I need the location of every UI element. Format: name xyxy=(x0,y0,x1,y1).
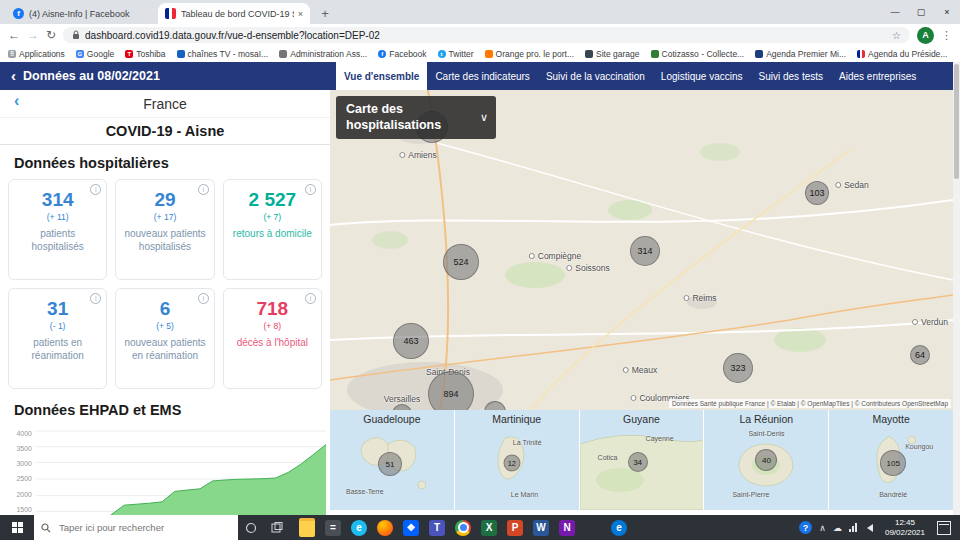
bookmark-site-garage[interactable]: Site garage xyxy=(585,49,639,59)
forward-icon[interactable]: → xyxy=(27,29,39,41)
territory-bubble[interactable]: 105 xyxy=(880,450,906,476)
taskbar-search-input[interactable] xyxy=(57,521,231,534)
map-bubble-aisne[interactable]: 314 xyxy=(630,236,660,266)
breadcrumb-label: France xyxy=(143,96,187,112)
bookmark-cotizasso[interactable]: Cotizasso - Collecte... xyxy=(651,49,745,59)
breadcrumb-france[interactable]: ‹ France xyxy=(0,90,330,118)
network-icon[interactable] xyxy=(849,523,857,532)
internet-explorer-icon[interactable]: e xyxy=(346,515,372,540)
volume-icon[interactable] xyxy=(867,524,873,532)
back-chevron-icon[interactable]: ‹ xyxy=(14,92,19,110)
territory-bubble[interactable]: 34 xyxy=(628,452,648,472)
chrome-icon[interactable] xyxy=(450,515,476,540)
word-icon[interactable]: W xyxy=(528,515,554,540)
bookmark-facebook[interactable]: fFacebook xyxy=(378,49,426,59)
powerpoint-icon[interactable]: P xyxy=(502,515,528,540)
firefox-icon[interactable] xyxy=(372,515,398,540)
map-bubble-meuse[interactable]: 64 xyxy=(910,345,930,365)
sidebar-title: COVID-19 - Aisne xyxy=(0,118,330,145)
territory-city-label: Cotica xyxy=(598,454,618,461)
cortana-icon[interactable] xyxy=(238,515,264,540)
bookmark-agenda-president[interactable]: Agenda du Préside... xyxy=(857,49,947,59)
y-tick: 3500 xyxy=(16,445,32,452)
taskbar-clock[interactable]: 12:45 09/02/2021 xyxy=(879,518,931,538)
bookmark-twitter[interactable]: tTwitter xyxy=(438,49,474,59)
browser-tab-covid-dashboard[interactable]: Tableau de bord COVID-19 Suiv × xyxy=(158,3,310,24)
bookmark-applications[interactable]: ⠿Applications xyxy=(8,49,65,59)
bookmark-orange-pro[interactable]: Orange pro. le port... xyxy=(485,49,574,59)
city-marker-icon xyxy=(630,395,636,401)
page-scrollbar[interactable] xyxy=(953,62,960,515)
scrollbar-thumb[interactable] xyxy=(954,64,959,179)
city-marker-icon xyxy=(623,367,629,373)
bookmark-chaines-tv[interactable]: chaînes TV - mosaï... xyxy=(177,49,269,59)
tab-suivi-vaccination[interactable]: Suivi de la vaccination xyxy=(538,62,653,90)
taskbar-search[interactable] xyxy=(34,515,238,540)
tab-aides-entreprises[interactable]: Aides entreprises xyxy=(831,62,924,90)
dropbox-icon[interactable]: ❖ xyxy=(398,515,424,540)
reload-icon[interactable]: ↻ xyxy=(46,29,56,41)
territory-bubble[interactable]: 12 xyxy=(503,455,520,472)
onenote-icon[interactable]: N xyxy=(554,515,580,540)
task-view-icon[interactable] xyxy=(264,515,290,540)
edge-icon[interactable]: e xyxy=(606,515,632,540)
info-icon[interactable]: i xyxy=(198,293,209,304)
clock-date: 09/02/2021 xyxy=(885,528,925,538)
calculator-icon[interactable]: = xyxy=(320,515,346,540)
new-tab-button[interactable]: + xyxy=(316,4,334,22)
excel-icon[interactable]: X xyxy=(476,515,502,540)
maximize-button[interactable]: ▢ xyxy=(908,7,934,17)
section-donnees-hospitalieres: Données hospitalières xyxy=(0,145,330,179)
profile-avatar[interactable]: A xyxy=(917,27,934,44)
map-bubble-val-doise[interactable]: 463 xyxy=(393,323,429,359)
bookmark-star-icon[interactable]: ☆ xyxy=(892,30,901,41)
minimize-button[interactable]: — xyxy=(882,7,908,17)
city-label: Soissons xyxy=(566,263,610,273)
territory-name: La Réunion xyxy=(704,413,828,425)
back-icon[interactable]: ← xyxy=(8,29,20,41)
teams-icon[interactable]: T xyxy=(424,515,450,540)
territory-bubble[interactable]: 40 xyxy=(755,449,777,471)
help-icon[interactable]: ? xyxy=(799,521,812,534)
bookmark-google[interactable]: GGoogle xyxy=(76,49,114,59)
map-bubble-ardennes[interactable]: 103 xyxy=(805,181,829,205)
stat-delta: (+ 7) xyxy=(224,212,321,222)
info-icon[interactable]: i xyxy=(305,184,316,195)
territory-guyane[interactable]: Guyane 34 Cayenne Cotica xyxy=(580,410,704,510)
bookmark-administration[interactable]: Administration Ass... xyxy=(279,49,367,59)
territory-mayotte[interactable]: Mayotte 105 Koungou Bandrélé xyxy=(829,410,953,510)
browser-menu-icon[interactable]: ⋮ xyxy=(941,29,952,42)
stat-delta: (+ 8) xyxy=(224,321,321,331)
tab-vue-densemble[interactable]: Vue d'ensemble xyxy=(336,62,427,90)
info-icon[interactable]: i xyxy=(305,293,316,304)
tab-logistique-vaccins[interactable]: Logistique vaccins xyxy=(653,62,751,90)
start-button[interactable] xyxy=(0,515,34,540)
tab-suivi-des-tests[interactable]: Suivi des tests xyxy=(751,62,831,90)
map-layer-dropdown[interactable]: Carte des hospitalisations ∨ xyxy=(336,96,496,139)
territory-martinique[interactable]: Martinique 12 La Trinité Le Marin xyxy=(455,410,579,510)
tab-carte-des-indicateurs[interactable]: Carte des indicateurs xyxy=(427,62,538,90)
file-explorer-icon[interactable] xyxy=(294,515,320,540)
close-tab-icon[interactable]: × xyxy=(298,9,303,19)
back-chevron-icon[interactable]: ‹ xyxy=(11,67,16,84)
close-button[interactable]: × xyxy=(934,7,960,17)
onedrive-icon[interactable]: ☁ xyxy=(830,523,845,533)
territory-bubble[interactable]: 51 xyxy=(378,452,402,476)
bookmark-agenda-premier-ministre[interactable]: Agenda Premier Mi... xyxy=(755,49,846,59)
cotizasso-favicon-icon xyxy=(651,50,659,58)
chevron-up-icon[interactable]: ∧ xyxy=(815,523,830,533)
map-bubble-marne[interactable]: 323 xyxy=(723,353,753,383)
browser-tab-facebook[interactable]: f (4) Aisne-Info | Facebook xyxy=(6,3,158,24)
ehpad-chart-plot xyxy=(36,430,326,515)
map-bubble-paris[interactable]: 894 xyxy=(428,371,474,410)
info-icon[interactable]: i xyxy=(198,184,209,195)
territory-city-label: Le Marin xyxy=(511,491,538,498)
territory-la-reunion[interactable]: La Réunion 40 Saint-Denis Saint-Pierre xyxy=(704,410,828,510)
territory-guadeloupe[interactable]: Guadeloupe 51 Basse-Terre xyxy=(330,410,454,510)
france-map[interactable]: Carte des hospitalisations ∨ Amiens Seda… xyxy=(330,90,953,410)
bookmark-toshiba[interactable]: TToshiba xyxy=(125,49,165,59)
action-center-icon[interactable] xyxy=(937,521,951,535)
photos-icon[interactable] xyxy=(580,515,606,540)
map-bubble-oise[interactable]: 524 xyxy=(443,244,479,280)
address-bar[interactable]: dashboard.covid19.data.gouv.fr/vue-d-ens… xyxy=(63,27,910,43)
